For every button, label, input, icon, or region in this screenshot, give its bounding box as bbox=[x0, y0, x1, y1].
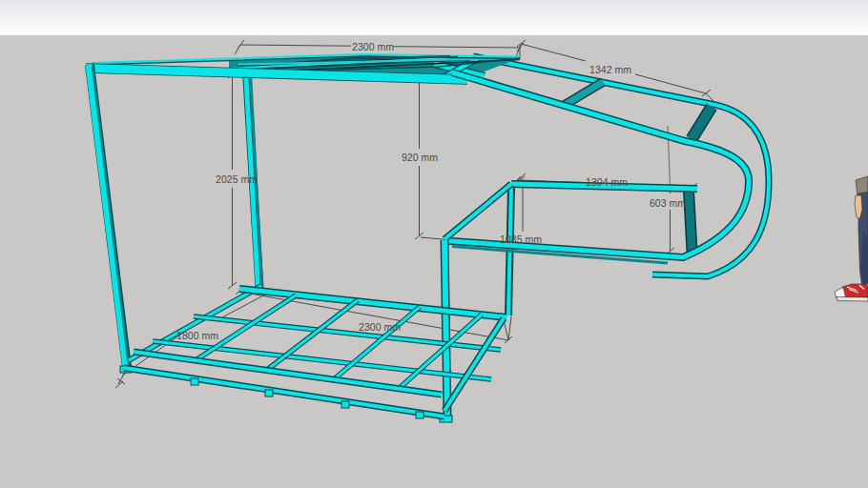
svg-text:920 mm: 920 mm bbox=[402, 152, 438, 163]
svg-text:603 mm: 603 mm bbox=[650, 197, 686, 209]
svg-text:1342 mm: 1342 mm bbox=[589, 64, 631, 75]
svg-text:1304 mm: 1304 mm bbox=[586, 176, 628, 188]
svg-text:1035 mm: 1035 mm bbox=[500, 234, 542, 245]
svg-text:1800 mm: 1800 mm bbox=[176, 330, 218, 341]
svg-text:2300 mm: 2300 mm bbox=[359, 321, 401, 333]
svg-text:2025 mm: 2025 mm bbox=[216, 173, 258, 185]
svg-text:2300 mm: 2300 mm bbox=[352, 41, 394, 52]
